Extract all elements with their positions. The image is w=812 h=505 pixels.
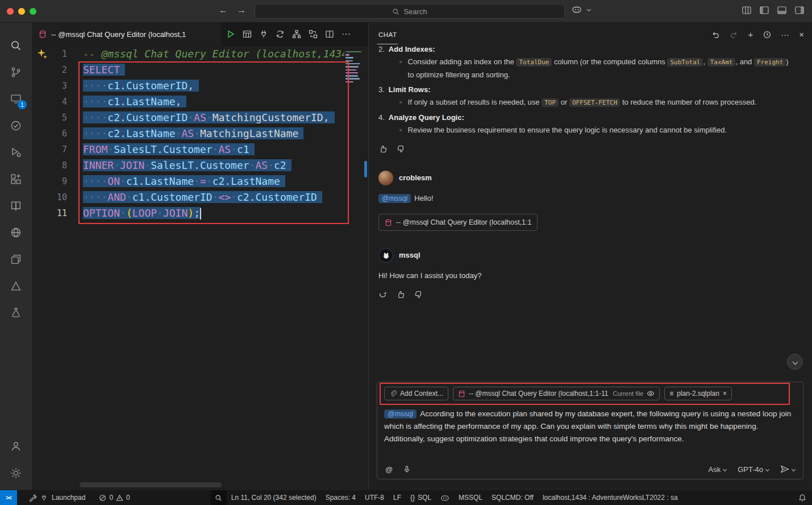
thumbs-down-icon[interactable]	[414, 290, 423, 299]
connect-button[interactable]	[259, 30, 268, 39]
chat-input-message[interactable]: @mssqlAccording to the execution plan sh…	[384, 408, 796, 445]
eol-item[interactable]: LF	[389, 490, 406, 505]
thumbs-up-icon[interactable]	[378, 144, 388, 154]
chat-input-widget[interactable]: Add Context... -- @mssql Chat Query Edit…	[377, 382, 803, 479]
cursor-position-item[interactable]: Ln 11, Col 20 (342 selected)	[227, 490, 321, 505]
scroll-to-bottom-button[interactable]	[787, 354, 803, 370]
book-icon	[10, 200, 22, 212]
source-control-button[interactable]	[2, 59, 30, 85]
mssql-extension-button[interactable]	[2, 299, 30, 326]
bullet-marker: ◦	[399, 96, 402, 109]
editor-code[interactable]: -- @mssql Chat Query Editor (localhost,1…	[83, 46, 368, 490]
code-line[interactable]: ····ON·c1.LastName·=·c2.LastName	[83, 173, 368, 189]
run-query-button[interactable]	[226, 30, 235, 39]
estimated-plan-button[interactable]	[276, 30, 285, 39]
maximize-window-button[interactable]	[30, 8, 36, 15]
code-line[interactable]: FROM·SalesLT.Customer·AS·c1	[83, 142, 368, 158]
context-file-chip[interactable]: -- @mssql Chat Query Editor (localhost,1…	[453, 387, 660, 400]
minimap[interactable]	[344, 47, 364, 89]
remote-explorer-button[interactable]: 1	[2, 85, 30, 112]
settings-button[interactable]	[2, 460, 30, 486]
toggle-secondary-sidebar-icon[interactable]	[795, 6, 804, 14]
indentation-item[interactable]: Spaces: 4	[321, 490, 360, 505]
code-line[interactable]: ····AND·c1.CustomerID·<>·c2.CustomerID	[83, 189, 368, 205]
thumbs-up-icon[interactable]	[396, 290, 405, 299]
copilot-menu-button[interactable]	[572, 5, 590, 14]
model-label: GPT-4o	[738, 465, 763, 474]
eye-icon[interactable]	[647, 390, 655, 398]
code-line[interactable]: ····c1.LastName,	[83, 94, 368, 110]
context-plan-chip[interactable]: ≡ plan-2.sqlplan ×	[664, 387, 732, 400]
zoom-indicator[interactable]	[211, 490, 227, 505]
scrollbar-indicator[interactable]	[364, 161, 367, 177]
code-line[interactable]: INNER·JOIN·SalesLT.Customer·AS·c2	[83, 158, 368, 173]
new-chat-icon[interactable]: +	[748, 30, 753, 39]
accounts-button[interactable]	[2, 433, 30, 460]
azure-button[interactable]	[2, 272, 30, 299]
copilot-status-item[interactable]	[436, 490, 454, 505]
query-plan-button[interactable]	[309, 30, 318, 39]
message-attachment-chip[interactable]: -- @mssql Chat Query Editor (localhost,1…	[378, 214, 538, 231]
editor-tab[interactable]: -- @mssql Chat Query Editor (localhost,1	[32, 23, 220, 45]
toggle-panel-icon[interactable]	[777, 6, 786, 14]
database-flask-icon	[10, 307, 22, 319]
code-line[interactable]: -- @mssql Chat Query Editor (localhost,1…	[83, 46, 368, 62]
more-actions-button[interactable]: ···	[342, 29, 351, 39]
undo-icon[interactable]	[711, 30, 720, 39]
history-icon[interactable]	[763, 30, 771, 39]
split-editor-button[interactable]	[325, 30, 334, 39]
code-line[interactable]: ····c2.LastName·AS·MatchingLastName	[83, 126, 368, 142]
inline-code-chip: TOP	[542, 98, 559, 107]
code-line[interactable]: ····c1.CustomerID,	[83, 78, 368, 94]
command-center-search[interactable]: Search	[255, 4, 565, 19]
results-grid-button[interactable]	[243, 30, 252, 39]
connection-status-item[interactable]: localhost,1434 : AdventureWorksLT2022 : …	[538, 490, 682, 505]
line-number: 4	[32, 94, 67, 110]
docs-button[interactable]	[2, 192, 30, 219]
microphone-button[interactable]	[403, 465, 411, 474]
remove-attachment-icon[interactable]: ×	[723, 390, 727, 398]
mode-selector[interactable]: Ask	[709, 465, 727, 474]
extensions-button[interactable]	[2, 165, 30, 192]
sqlcmd-status-item[interactable]: SQLCMD: Off	[487, 490, 538, 505]
close-window-button[interactable]	[7, 8, 14, 15]
references-button[interactable]	[2, 246, 30, 272]
launchpad-status-item[interactable]: Launchpad	[24, 490, 90, 505]
code-line[interactable]: ····c2.CustomerID·AS·MatchingCustomerID,	[83, 110, 368, 126]
editor-body[interactable]: 1234567891011 -- @mssql Chat Query Edito…	[32, 46, 368, 490]
code-line[interactable]: SELECT	[83, 62, 368, 78]
search-activity-button[interactable]	[2, 32, 30, 59]
language-mode-item[interactable]: {} SQL	[406, 490, 436, 505]
navigate-forward-button[interactable]: →	[237, 5, 246, 15]
retry-icon[interactable]	[378, 291, 387, 299]
minimize-window-button[interactable]	[18, 8, 25, 15]
notifications-bell[interactable]	[793, 490, 812, 505]
run-and-debug-button[interactable]	[2, 139, 30, 165]
inline-code-chip: Freight	[754, 58, 786, 67]
github-button[interactable]	[2, 219, 30, 246]
encoding-item[interactable]: UTF-8	[360, 490, 389, 505]
toggle-primary-sidebar-icon[interactable]	[760, 6, 769, 14]
close-icon[interactable]: ×	[799, 30, 804, 39]
schema-designer-button[interactable]	[292, 30, 301, 39]
search-icon	[392, 8, 399, 15]
mssql-status-item[interactable]: MSSQL	[454, 490, 487, 505]
model-selector[interactable]: GPT-4o	[738, 465, 769, 474]
horizontal-scrollbar[interactable]	[80, 482, 222, 487]
remote-indicator[interactable]: ><	[0, 490, 17, 505]
add-context-button[interactable]: Add Context...	[384, 387, 448, 400]
send-button[interactable]	[780, 465, 795, 474]
database-icon	[385, 219, 392, 226]
more-icon[interactable]: ···	[781, 30, 789, 39]
redo-icon[interactable]	[730, 30, 738, 39]
testing-button[interactable]	[2, 112, 30, 139]
thumbs-down-icon[interactable]	[397, 144, 406, 154]
mention-button[interactable]: @	[385, 465, 393, 474]
customize-layout-icon[interactable]	[742, 6, 751, 14]
mention-chip[interactable]: @mssql	[378, 194, 411, 203]
code-line[interactable]: OPTION·(LOOP·JOIN);	[83, 205, 368, 221]
person-icon	[10, 440, 22, 453]
problems-status-item[interactable]: 0 0	[94, 490, 134, 505]
line-number: 3	[32, 78, 67, 94]
navigate-back-button[interactable]: ←	[219, 5, 228, 15]
